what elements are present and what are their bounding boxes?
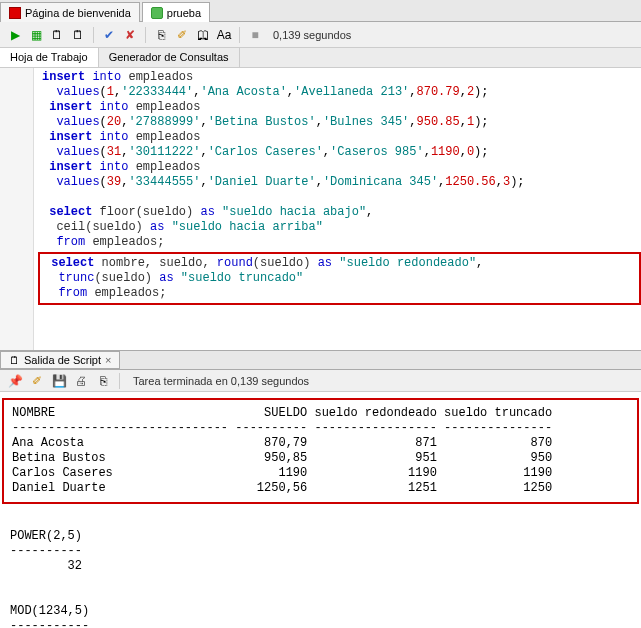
run-button[interactable]: ▶ — [6, 26, 24, 44]
result-row: Daniel Duarte 1250,56 1251 1250 — [12, 481, 552, 495]
script-output-icon: 🗒 — [9, 354, 20, 366]
autotrace-button[interactable]: 🗒 — [69, 26, 87, 44]
sql-editor[interactable]: insert into empleados values(1,'22333444… — [0, 68, 641, 350]
editor-code[interactable]: insert into empleados values(1,'22333444… — [34, 68, 641, 350]
subtab-query-builder[interactable]: Generador de Consultas — [99, 48, 240, 67]
commit-button[interactable]: ✔ — [100, 26, 118, 44]
oracle-icon — [9, 7, 21, 19]
sql-history-button[interactable]: 🕮 — [194, 26, 212, 44]
clear-button[interactable]: ✐ — [173, 26, 191, 44]
tab-welcome[interactable]: Página de bienvenida — [0, 2, 140, 22]
script-output[interactable]: NOMBRE SUELDO sueldo redondeado sueldo t… — [0, 392, 641, 628]
print-output-button[interactable]: 🖨 — [72, 372, 90, 390]
timing-label: 0,139 segundos — [273, 29, 351, 41]
toolbar-separator — [239, 27, 240, 43]
tab-welcome-label: Página de bienvenida — [25, 7, 131, 19]
output-tabs: 🗒 Salida de Script × — [0, 350, 641, 370]
output-status: Tarea terminada en 0,139 segundos — [133, 375, 309, 387]
power-sep: ---------- — [10, 544, 82, 558]
upper-button[interactable]: Aa — [215, 26, 233, 44]
highlighted-query: select nombre, sueldo, round(sueldo) as … — [38, 252, 641, 305]
result-row: Ana Acosta 870,79 871 870 — [12, 436, 552, 450]
explain-plan-button[interactable]: 🗒 — [48, 26, 66, 44]
output-toolbar: 📌 ✐ 💾 🖨 ⎘ Tarea terminada en 0,139 segun… — [0, 370, 641, 392]
result-separator: ------------------------------ ---------… — [12, 421, 552, 435]
tab-prueba-label: prueba — [167, 7, 201, 19]
rollback-button[interactable]: ✘ — [121, 26, 139, 44]
power-value: 32 — [10, 559, 82, 573]
mod-sep: ----------- — [10, 619, 89, 628]
subtab-worksheet[interactable]: Hoja de Trabajo — [0, 48, 99, 67]
unshare-button[interactable]: ⎘ — [152, 26, 170, 44]
result-row: Carlos Caseres 1190 1190 1190 — [12, 466, 552, 480]
file-tabs: Página de bienvenida prueba — [0, 0, 641, 22]
main-toolbar: ▶ ▦ 🗒 🗒 ✔ ✘ ⎘ ✐ 🕮 Aa ■ 0,139 segundos — [0, 22, 641, 48]
output-tab-script[interactable]: 🗒 Salida de Script × — [0, 351, 120, 369]
sql-file-icon — [151, 7, 163, 19]
toolbar-separator — [145, 27, 146, 43]
close-icon[interactable]: × — [105, 354, 111, 366]
output-tab-label: Salida de Script — [24, 354, 101, 366]
run-script-button[interactable]: ▦ — [27, 26, 45, 44]
mod-label: MOD(1234,5) — [10, 604, 89, 618]
worksheet-tabs: Hoja de Trabajo Generador de Consultas — [0, 48, 641, 68]
dbms-output-button[interactable]: ⎘ — [94, 372, 112, 390]
result-row: Betina Bustos 950,85 951 950 — [12, 451, 552, 465]
toolbar-separator — [119, 373, 120, 389]
stop-button[interactable]: ■ — [246, 26, 264, 44]
editor-gutter — [0, 68, 34, 350]
tab-prueba[interactable]: prueba — [142, 2, 210, 22]
clear-output-button[interactable]: ✐ — [28, 372, 46, 390]
toolbar-separator — [93, 27, 94, 43]
power-label: POWER(2,5) — [10, 529, 82, 543]
result-header: NOMBRE SUELDO sueldo redondeado sueldo t… — [12, 406, 552, 420]
save-output-button[interactable]: 💾 — [50, 372, 68, 390]
result-highlight: NOMBRE SUELDO sueldo redondeado sueldo t… — [2, 398, 639, 504]
pin-icon[interactable]: 📌 — [6, 372, 24, 390]
